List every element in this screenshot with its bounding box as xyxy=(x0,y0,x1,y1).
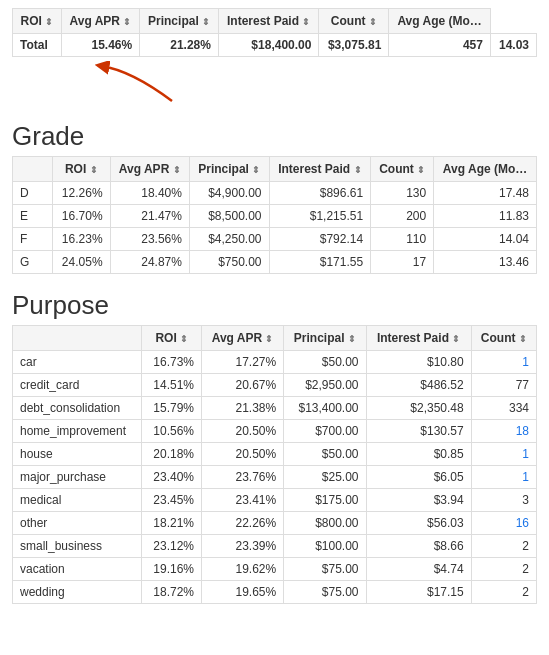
cell: $130.57 xyxy=(366,420,471,443)
table-row: home_improvement10.56%20.50%$700.00$130.… xyxy=(13,420,537,443)
top-summary-table: ROI ⇕ Avg APR ⇕ Principal ⇕ Interest Pai… xyxy=(12,8,537,57)
cell-label: Total xyxy=(13,34,62,57)
purpose-col-principal[interactable]: Principal ⇕ xyxy=(284,326,366,351)
cell: 16.70% xyxy=(53,205,111,228)
grade-col-count[interactable]: Count ⇕ xyxy=(371,157,434,182)
cell: E xyxy=(13,205,53,228)
cell-purpose-label: car xyxy=(13,351,142,374)
cell-count: 77 xyxy=(471,374,536,397)
grade-col-label xyxy=(13,157,53,182)
cell: 24.05% xyxy=(53,251,111,274)
purpose-col-label xyxy=(13,326,142,351)
cell: 17.48 xyxy=(434,182,537,205)
grade-col-avg-age[interactable]: Avg Age (Mo… xyxy=(434,157,537,182)
cell: 16.23% xyxy=(53,228,111,251)
grade-col-avg-apr[interactable]: Avg APR ⇕ xyxy=(110,157,189,182)
cell: D xyxy=(13,182,53,205)
cell-count[interactable]: 1 xyxy=(471,443,536,466)
cell: 24.87% xyxy=(110,251,189,274)
cell: 17 xyxy=(371,251,434,274)
cell-count[interactable]: 1 xyxy=(471,351,536,374)
cell: $4.74 xyxy=(366,558,471,581)
col-header-principal[interactable]: Principal ⇕ xyxy=(140,9,219,34)
cell: 23.56% xyxy=(110,228,189,251)
arrow-annotation xyxy=(12,61,537,111)
cell: $50.00 xyxy=(284,443,366,466)
cell: $50.00 xyxy=(284,351,366,374)
cell: $75.00 xyxy=(284,581,366,604)
purpose-col-avg-apr[interactable]: Avg APR ⇕ xyxy=(202,326,284,351)
cell: $56.03 xyxy=(366,512,471,535)
cell: $486.52 xyxy=(366,374,471,397)
cell: $10.80 xyxy=(366,351,471,374)
table-row: E16.70%21.47%$8,500.00$1,215.5120011.83 xyxy=(13,205,537,228)
annotation-arrow xyxy=(72,61,232,111)
col-header-count[interactable]: Count ⇕ xyxy=(319,9,389,34)
table-row: small_business23.12%23.39%$100.00$8.662 xyxy=(13,535,537,558)
table-row: G24.05%24.87%$750.00$171.551713.46 xyxy=(13,251,537,274)
col-header-roi[interactable]: ROI ⇕ xyxy=(13,9,62,34)
cell: 13.46 xyxy=(434,251,537,274)
cell-count[interactable]: 1 xyxy=(471,466,536,489)
cell-count: 2 xyxy=(471,581,536,604)
purpose-col-count[interactable]: Count ⇕ xyxy=(471,326,536,351)
cell-purpose-label: small_business xyxy=(13,535,142,558)
grade-col-principal[interactable]: Principal ⇕ xyxy=(189,157,269,182)
cell-purpose-label: credit_card xyxy=(13,374,142,397)
cell: 15.79% xyxy=(142,397,202,420)
cell: 23.12% xyxy=(142,535,202,558)
cell-purpose-label: house xyxy=(13,443,142,466)
table-row: Total 15.46% 21.28% $18,400.00 $3,075.81… xyxy=(13,34,537,57)
cell: 18.40% xyxy=(110,182,189,205)
cell: 14.04 xyxy=(434,228,537,251)
cell: 200 xyxy=(371,205,434,228)
table-row: other18.21%22.26%$800.00$56.0316 xyxy=(13,512,537,535)
table-row: medical23.45%23.41%$175.00$3.943 xyxy=(13,489,537,512)
cell-purpose-label: debt_consolidation xyxy=(13,397,142,420)
purpose-col-interest-paid[interactable]: Interest Paid ⇕ xyxy=(366,326,471,351)
cell-count: 2 xyxy=(471,558,536,581)
grade-col-roi[interactable]: ROI ⇕ xyxy=(53,157,111,182)
cell: $8,500.00 xyxy=(189,205,269,228)
col-header-interest-paid[interactable]: Interest Paid ⇕ xyxy=(218,9,319,34)
cell-purpose-label: vacation xyxy=(13,558,142,581)
table-row: debt_consolidation15.79%21.38%$13,400.00… xyxy=(13,397,537,420)
cell: G xyxy=(13,251,53,274)
cell: $1,215.51 xyxy=(269,205,371,228)
cell: $896.61 xyxy=(269,182,371,205)
table-row: car16.73%17.27%$50.00$10.801 xyxy=(13,351,537,374)
purpose-table: ROI ⇕ Avg APR ⇕ Principal ⇕ Interest Pai… xyxy=(12,325,537,604)
col-header-avg-apr[interactable]: Avg APR ⇕ xyxy=(61,9,139,34)
cell: $175.00 xyxy=(284,489,366,512)
cell: $4,900.00 xyxy=(189,182,269,205)
cell: $25.00 xyxy=(284,466,366,489)
cell: $100.00 xyxy=(284,535,366,558)
col-header-avg-age[interactable]: Avg Age (Mo… xyxy=(389,9,491,34)
cell-purpose-label: medical xyxy=(13,489,142,512)
grade-section-title: Grade xyxy=(12,121,537,152)
table-row: F16.23%23.56%$4,250.00$792.1411014.04 xyxy=(13,228,537,251)
cell-count: 334 xyxy=(471,397,536,420)
cell-count[interactable]: 16 xyxy=(471,512,536,535)
cell: 21.38% xyxy=(202,397,284,420)
cell-purpose-label: major_purchase xyxy=(13,466,142,489)
cell: $4,250.00 xyxy=(189,228,269,251)
cell: 14.51% xyxy=(142,374,202,397)
cell: 17.27% xyxy=(202,351,284,374)
table-row: D12.26%18.40%$4,900.00$896.6113017.48 xyxy=(13,182,537,205)
cell: 19.16% xyxy=(142,558,202,581)
purpose-col-roi[interactable]: ROI ⇕ xyxy=(142,326,202,351)
grade-section: Grade ROI ⇕ Avg APR ⇕ Principal ⇕ Intere… xyxy=(12,121,537,274)
table-row: credit_card14.51%20.67%$2,950.00$486.527… xyxy=(13,374,537,397)
table-row: major_purchase23.40%23.76%$25.00$6.051 xyxy=(13,466,537,489)
cell: 19.62% xyxy=(202,558,284,581)
table-row: house20.18%20.50%$50.00$0.851 xyxy=(13,443,537,466)
cell: $171.55 xyxy=(269,251,371,274)
grade-col-interest-paid[interactable]: Interest Paid ⇕ xyxy=(269,157,371,182)
cell: 12.26% xyxy=(53,182,111,205)
cell-count[interactable]: 18 xyxy=(471,420,536,443)
cell: $3.94 xyxy=(366,489,471,512)
cell-purpose-label: wedding xyxy=(13,581,142,604)
cell: $0.85 xyxy=(366,443,471,466)
cell-count: 2 xyxy=(471,535,536,558)
